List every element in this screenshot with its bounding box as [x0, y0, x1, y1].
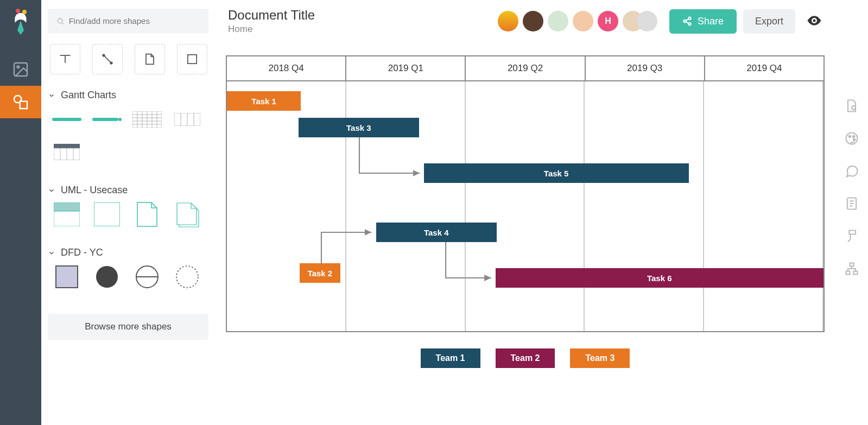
breadcrumb[interactable]: Home: [228, 24, 491, 35]
preview-button[interactable]: [806, 12, 822, 30]
avatar[interactable]: H: [598, 11, 618, 31]
gantt-shape-1[interactable]: [52, 109, 81, 130]
rect-tool[interactable]: [177, 44, 207, 74]
svg-rect-49: [850, 263, 854, 267]
svg-rect-31: [54, 202, 80, 211]
svg-point-47: [853, 139, 856, 141]
text-tool[interactable]: [50, 44, 80, 74]
legend-team3: Team 3: [570, 348, 630, 368]
gantt-body: Task 1 Task 3 Task 5 Task 4 Task 2 Task …: [227, 81, 823, 331]
shapes-panel-button[interactable]: [0, 86, 41, 118]
line-tool[interactable]: [92, 44, 123, 74]
avatar[interactable]: [498, 11, 518, 31]
comments-panel-button[interactable]: [844, 163, 860, 179]
avatar[interactable]: [523, 11, 543, 31]
gantt-chart[interactable]: 2018 Q4 2019 Q1 2019 Q2 2019 Q3 2019 Q4 …: [226, 55, 825, 332]
document-title[interactable]: Document Title: [228, 8, 491, 23]
note-tool[interactable]: [135, 44, 165, 74]
avatar[interactable]: [548, 11, 568, 31]
svg-rect-8: [188, 55, 197, 64]
avatar[interactable]: [637, 11, 657, 31]
section-label: Gantt Charts: [61, 90, 116, 101]
section-label: DFD - YC: [61, 247, 103, 258]
svg-point-45: [849, 136, 851, 138]
uml-shape-2[interactable]: [92, 204, 122, 225]
svg-rect-50: [846, 271, 850, 275]
svg-rect-51: [854, 271, 858, 275]
svg-rect-10: [92, 118, 118, 121]
notes-panel-button[interactable]: [844, 195, 860, 212]
canvas[interactable]: 2018 Q4 2019 Q1 2019 Q2 2019 Q3 2019 Q4 …: [215, 39, 835, 425]
gantt-column-header: 2019 Q2: [466, 56, 585, 80]
right-rail: [835, 0, 868, 425]
section-dfd[interactable]: DFD - YC: [48, 247, 208, 258]
gantt-column-header: 2019 Q3: [586, 56, 705, 80]
topbar: Document Title Home H Share Export: [215, 0, 835, 39]
settings-panel-button[interactable]: [844, 98, 860, 114]
section-label: UML - Usecase: [61, 185, 128, 196]
svg-point-40: [683, 20, 686, 23]
main-area: Document Title Home H Share Export: [215, 0, 835, 425]
svg-point-38: [176, 266, 198, 288]
section-uml[interactable]: UML - Usecase: [48, 185, 208, 196]
dfd-shape-2[interactable]: [92, 266, 122, 288]
gantt-column-header: 2019 Q1: [346, 56, 466, 80]
dfd-shape-1[interactable]: [52, 266, 81, 288]
share-label: Share: [698, 16, 724, 27]
svg-point-39: [688, 17, 691, 20]
gantt-shape-3[interactable]: [132, 109, 162, 130]
svg-point-46: [853, 136, 855, 138]
gantt-task-3[interactable]: Task 3: [299, 118, 419, 137]
gantt-task-5[interactable]: Task 5: [424, 163, 689, 183]
section-gantt[interactable]: Gantt Charts: [48, 90, 208, 101]
legend-team2: Team 2: [496, 348, 555, 368]
gantt-shape-5[interactable]: [52, 141, 81, 163]
dfd-shape-3[interactable]: [132, 266, 162, 288]
gantt-task-1[interactable]: Task 1: [227, 91, 301, 111]
gantt-task-6[interactable]: Task 6: [496, 268, 823, 288]
structure-panel-button[interactable]: [844, 261, 860, 277]
svg-point-43: [852, 106, 856, 110]
svg-rect-32: [54, 211, 80, 226]
shape-search-input[interactable]: [69, 16, 200, 26]
share-button[interactable]: Share: [669, 9, 737, 34]
svg-rect-9: [52, 118, 81, 121]
svg-point-41: [688, 23, 691, 26]
uml-shape-3[interactable]: [132, 204, 162, 225]
gantt-task-4[interactable]: Task 4: [376, 223, 497, 242]
export-button[interactable]: Export: [743, 9, 795, 34]
image-panel-button[interactable]: [0, 53, 41, 86]
gantt-shape-4[interactable]: [173, 109, 202, 130]
svg-rect-34: [56, 266, 78, 288]
svg-point-5: [58, 18, 62, 23]
shapes-sidebar: Gantt Charts UML - Usecase DFD - YC: [41, 0, 215, 425]
svg-point-35: [96, 266, 118, 288]
avatar[interactable]: [573, 11, 593, 31]
gantt-column-header: 2019 Q4: [705, 56, 823, 80]
dfd-shape-4[interactable]: [173, 266, 202, 288]
gantt-column-header: 2018 Q4: [227, 56, 346, 80]
svg-point-11: [118, 118, 122, 121]
format-panel-button[interactable]: [844, 228, 860, 244]
uml-shape-1[interactable]: [52, 204, 81, 225]
svg-point-42: [813, 19, 816, 22]
browse-shapes-button[interactable]: Browse more shapes: [48, 314, 208, 340]
chevron-down-icon: [48, 249, 55, 257]
shape-search[interactable]: [48, 9, 208, 33]
chevron-down-icon: [48, 187, 55, 194]
collaborator-avatars: H: [498, 11, 657, 31]
svg-point-3: [17, 66, 19, 68]
svg-rect-33: [94, 202, 120, 226]
svg-point-0: [16, 9, 20, 13]
gantt-shape-2[interactable]: [92, 109, 122, 130]
eye-icon: [806, 12, 822, 29]
chevron-down-icon: [48, 92, 55, 99]
gantt-task-2[interactable]: Task 2: [300, 263, 340, 283]
svg-rect-26: [54, 144, 80, 148]
uml-shape-4[interactable]: [173, 204, 202, 225]
theme-panel-button[interactable]: [844, 130, 860, 147]
gantt-legend: Team 1 Team 2 Team 3: [226, 348, 825, 368]
share-icon: [682, 16, 692, 26]
search-icon: [56, 17, 65, 26]
app-logo: [10, 7, 31, 37]
